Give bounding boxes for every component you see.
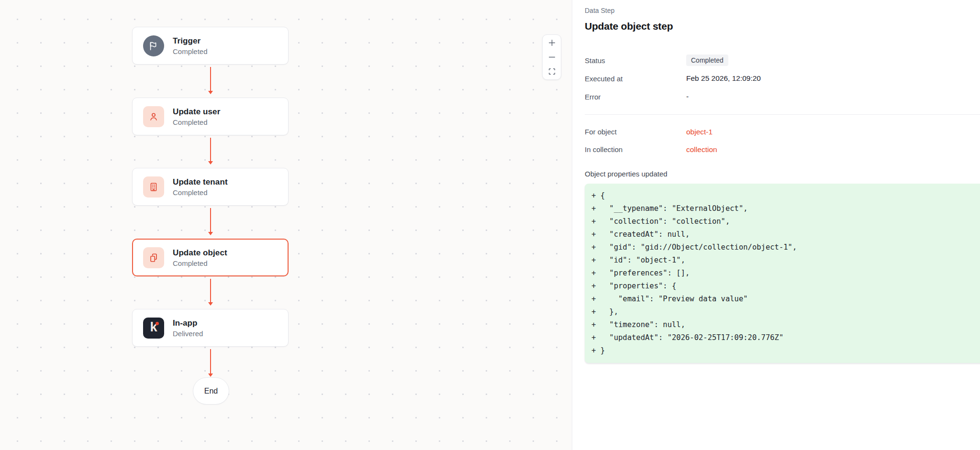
diff-line: + "updatedAt": "2026-02-25T17:09:20.776Z… <box>591 331 977 344</box>
node-status: Completed <box>173 118 220 126</box>
plus-icon <box>548 39 556 47</box>
diff-line: + "collection": "collection", <box>591 215 977 228</box>
diff-line: + } <box>591 344 977 357</box>
recipient-rows: For object object-1 In collection collec… <box>585 123 980 158</box>
minus-icon <box>548 53 556 61</box>
step-details-panel: Data Step Update object step Status Comp… <box>573 0 980 450</box>
flow-node-trigger[interactable]: Trigger Completed <box>132 27 289 65</box>
diff-line: + "createdAt": null, <box>591 228 977 241</box>
node-title: Update tenant <box>173 177 228 187</box>
node-title: Update user <box>173 107 220 117</box>
diff-line: + }, <box>591 306 977 318</box>
node-status: Completed <box>173 47 208 55</box>
knock-logo-icon: k <box>143 318 164 339</box>
copy-icon <box>143 247 164 268</box>
flow-edge <box>210 208 211 232</box>
flag-icon <box>143 35 164 56</box>
node-title: In-app <box>173 318 203 328</box>
flow-node-update-user[interactable]: Update user Completed <box>132 98 289 135</box>
in-collection-label: In collection <box>585 145 686 154</box>
page-title: Update object step <box>585 21 980 32</box>
diff-line: + "id": "object-1", <box>591 254 977 267</box>
flow-edge <box>210 67 211 91</box>
flow-edge <box>210 349 211 374</box>
for-object-row: For object object-1 <box>585 123 980 141</box>
diff-line: + "preferences": [], <box>591 267 977 280</box>
fit-view-button[interactable] <box>543 64 561 78</box>
status-label: Status <box>585 56 686 65</box>
status-badge: Completed <box>686 55 728 66</box>
error-value: - <box>686 92 689 101</box>
flow-node-update-object[interactable]: Update object Completed <box>132 239 289 276</box>
building-icon <box>143 176 164 198</box>
node-status: Delivered <box>173 329 203 338</box>
error-row: Error - <box>585 88 980 106</box>
object-properties-label: Object properties updated <box>585 170 980 178</box>
zoom-in-button[interactable] <box>543 36 561 50</box>
collection-link[interactable]: collection <box>686 145 717 154</box>
step-info-rows: Status Completed Executed at Feb 25 2026… <box>585 51 980 106</box>
node-title: Update object <box>173 248 227 258</box>
flow-node-end[interactable]: End <box>193 377 229 405</box>
executed-at-value: Feb 25 2026, 12:09:20 <box>686 74 761 83</box>
for-object-label: For object <box>585 128 686 136</box>
executed-at-label: Executed at <box>585 75 686 83</box>
node-status: Completed <box>173 259 227 267</box>
node-status: Completed <box>173 188 228 197</box>
object-diff-code-block: + { + "__typename": "ExternalObject", + … <box>585 184 980 363</box>
flow-edge <box>210 279 211 303</box>
step-type-eyebrow: Data Step <box>585 7 980 14</box>
flow-node-in-app[interactable]: k In-app Delivered <box>132 309 289 347</box>
diff-line: + "properties": { <box>591 280 977 293</box>
flow-edge <box>210 138 211 162</box>
executed-at-row: Executed at Feb 25 2026, 12:09:20 <box>585 69 980 88</box>
diff-line: + "gid": "gid://Object/collection/object… <box>591 241 977 254</box>
zoom-out-button[interactable] <box>543 50 561 65</box>
object-link[interactable]: object-1 <box>686 128 713 136</box>
end-label: End <box>204 387 218 395</box>
fit-view-icon <box>548 67 556 76</box>
workflow-canvas[interactable]: Trigger Completed Update user Completed <box>0 0 572 450</box>
diff-line: + "__typename": "ExternalObject", <box>591 202 977 215</box>
canvas-zoom-controls <box>542 34 561 80</box>
diff-line: + { <box>591 189 977 202</box>
user-icon <box>143 106 164 127</box>
diff-line: + "timezone": null, <box>591 318 977 331</box>
diff-line: + "email": "Preview data value" <box>591 293 977 306</box>
error-label: Error <box>585 93 686 101</box>
in-collection-row: In collection collection <box>585 141 980 158</box>
section-divider <box>585 114 980 115</box>
node-title: Trigger <box>173 36 208 46</box>
flow-node-update-tenant[interactable]: Update tenant Completed <box>132 168 289 206</box>
status-row: Status Completed <box>585 51 980 69</box>
